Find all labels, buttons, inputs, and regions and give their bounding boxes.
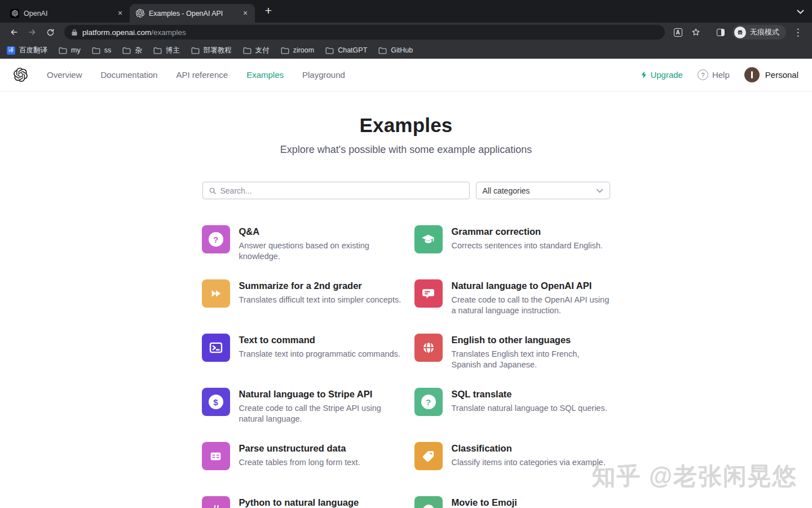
bookmark-item[interactable]: 杂 (122, 46, 142, 55)
question-circle-icon: ? (202, 225, 230, 253)
example-description: Translate text into programmatic command… (239, 349, 400, 360)
bookmark-item[interactable]: ziroom (281, 46, 315, 54)
site-nav: Overview Documentation API reference Exa… (47, 70, 345, 80)
translate-icon[interactable]: A (669, 24, 686, 40)
example-description: Answer questions based on existing knowl… (239, 240, 404, 262)
tab-strip: OpenAI × Examples - OpenAI API × + (0, 0, 812, 23)
question-circle-icon: ? (414, 388, 443, 416)
tab-openai[interactable]: OpenAI × (5, 4, 130, 23)
chevron-down-icon[interactable] (797, 6, 804, 16)
bookmark-item[interactable]: 译 百度翻译 (7, 46, 47, 55)
example-title: SQL translate (452, 389, 607, 400)
nav-item-examples[interactable]: Examples (246, 70, 284, 80)
example-description: Create code to call the Stripe API using… (239, 403, 404, 425)
bookmarks-bar: 译 百度翻译 my ss 杂 博主 部署教程 支付 ziroom ChatGPT… (0, 42, 812, 59)
account-label: Personal (765, 70, 798, 80)
nav-item-playground[interactable]: Playground (302, 70, 345, 80)
example-card[interactable]: Natural language to OpenAI API Create co… (414, 279, 611, 334)
folder-icon (325, 47, 334, 54)
bookmark-item[interactable]: my (59, 46, 81, 54)
browser-window: OpenAI × Examples - OpenAI API × + platf… (0, 0, 812, 59)
incognito-badge: 无痕模式 (732, 25, 786, 40)
question-mark-icon: ? (698, 69, 708, 80)
example-card[interactable]: ? Q&A Answer questions based on existing… (202, 225, 414, 279)
tab-title: OpenAI (24, 10, 111, 17)
upgrade-button[interactable]: Upgrade (641, 70, 683, 80)
example-title: Natural language to Stripe API (239, 389, 404, 400)
search-icon (209, 187, 217, 195)
reload-icon[interactable] (42, 24, 59, 40)
tag-icon (414, 442, 443, 470)
example-card[interactable]: Parse unstructured data Create tables fr… (202, 442, 414, 496)
fast-forward-icon (202, 279, 230, 308)
openai-logo[interactable] (14, 68, 28, 82)
bookmark-item[interactable]: 部署教程 (191, 46, 232, 55)
example-title: Grammar correction (452, 226, 603, 237)
upgrade-label: Upgrade (650, 70, 683, 80)
example-card[interactable]: # Python to natural language Explain a p… (202, 496, 414, 508)
chat-bubble-icon (414, 279, 443, 308)
kebab-menu-icon[interactable]: ⋮ (789, 24, 806, 40)
forward-icon[interactable] (24, 24, 41, 40)
bookmark-item[interactable]: 支付 (243, 46, 270, 55)
address-bar[interactable]: platform.openai.com/examples (64, 25, 665, 40)
example-description: Translate natural language to SQL querie… (452, 403, 607, 414)
smiley-icon (414, 496, 443, 508)
example-description: Corrects sentences into standard English… (452, 240, 603, 251)
category-select[interactable]: All categories (476, 182, 610, 199)
example-card[interactable]: $ Natural language to Stripe API Create … (202, 388, 414, 442)
close-tab-icon[interactable]: × (115, 8, 125, 19)
openai-favicon (135, 9, 144, 18)
bookmark-star-icon[interactable] (687, 24, 704, 40)
nav-item-documentation[interactable]: Documentation (101, 70, 158, 80)
openai-favicon (10, 9, 19, 18)
example-description: Create code to call to the OpenAI API us… (452, 295, 611, 317)
example-description: Classify items into categories via examp… (452, 457, 606, 468)
example-description: Translates English text into French, Spa… (452, 349, 611, 371)
folder-icon (122, 47, 131, 54)
new-tab-button[interactable]: + (261, 3, 276, 19)
hash-icon: # (202, 496, 230, 508)
example-card[interactable]: Classification Classify items into categ… (414, 442, 611, 496)
terminal-icon (202, 334, 230, 362)
filters-row: All categories (202, 182, 610, 199)
help-button[interactable]: ? Help (698, 69, 730, 80)
back-icon[interactable] (6, 24, 23, 40)
incognito-icon (734, 27, 746, 38)
example-card[interactable]: Grammar correction Corrects sentences in… (414, 225, 611, 279)
bookmark-item[interactable]: GitHub (378, 46, 413, 54)
example-card[interactable]: Movie to Emoji Convert movie titles into… (414, 496, 611, 508)
table-icon (202, 442, 230, 470)
example-card[interactable]: Summarize for a 2nd grader Translates di… (202, 279, 414, 334)
example-description: Translates difficult text into simpler c… (239, 295, 401, 305)
bookmark-item[interactable]: 博主 (153, 46, 180, 55)
category-select-value: All categories (483, 186, 530, 195)
folder-icon (378, 47, 387, 54)
search-box (202, 182, 470, 199)
search-input[interactable] (220, 186, 464, 195)
examples-grid: ? Q&A Answer questions based on existing… (202, 225, 611, 508)
folder-icon (243, 47, 251, 54)
example-title: English to other languages (452, 335, 611, 345)
folder-icon (59, 47, 67, 54)
tab-examples[interactable]: Examples - OpenAI API × (130, 4, 255, 23)
close-tab-icon[interactable]: × (240, 8, 250, 19)
example-title: Movie to Emoji (452, 497, 563, 508)
examples-page: Examples Explore what's possible with so… (0, 114, 812, 508)
example-card[interactable]: English to other languages Translates En… (414, 334, 611, 388)
nav-item-overview[interactable]: Overview (47, 70, 82, 80)
folder-icon (153, 47, 162, 54)
bookmark-item[interactable]: ss (92, 46, 112, 54)
site-header: Overview Documentation API reference Exa… (0, 59, 812, 91)
example-description: Create tables from long form text. (239, 457, 360, 468)
folder-icon (191, 47, 200, 54)
nav-item-api-reference[interactable]: API reference (176, 70, 228, 80)
account-menu[interactable]: Personal (744, 67, 798, 82)
globe-icon (414, 334, 443, 362)
example-card[interactable]: Text to command Translate text into prog… (202, 334, 414, 388)
incognito-label: 无痕模式 (750, 27, 779, 37)
url-text: platform.openai.com/examples (82, 28, 186, 37)
example-card[interactable]: ? SQL translate Translate natural langua… (414, 388, 611, 442)
bookmark-item[interactable]: ChatGPT (325, 46, 367, 54)
side-panel-icon[interactable] (712, 24, 729, 40)
